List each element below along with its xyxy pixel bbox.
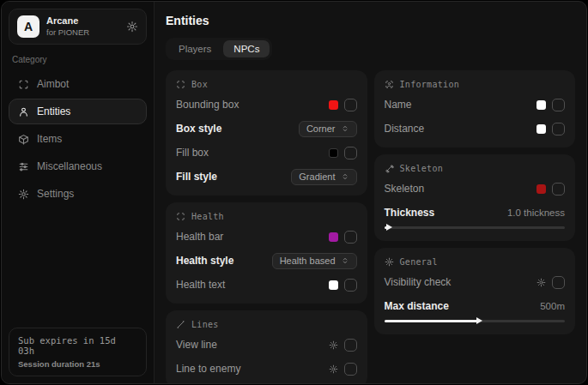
tab-players[interactable]: Players [168, 40, 221, 57]
slider-value: 1.0 thickness [507, 208, 565, 218]
card-health: Health Health bar Health style Health ba… [166, 202, 367, 304]
setting-label: Fill box [176, 147, 209, 159]
select-icon [341, 124, 349, 133]
sidebar-item-settings[interactable]: Settings [9, 181, 147, 207]
setting-label: Bounding box [176, 99, 239, 111]
gear-icon [385, 257, 394, 267]
person-icon [18, 106, 29, 117]
app-window: A Arcane for PIONER Category Aimbot Enti… [1, 1, 587, 384]
card-skeleton: Skeleton Skeleton Thickness 1.0 thicknes… [374, 154, 576, 241]
sliders-icon [18, 161, 29, 172]
line-icon [176, 320, 185, 329]
sidebar-item-miscellaneous[interactable]: Miscellaneous [9, 153, 147, 179]
line-to-enemy-checkbox[interactable] [344, 363, 357, 376]
setting-row-fill-box: Fill box [176, 144, 357, 161]
card-title: Lines [191, 320, 219, 329]
left-column: Box Bounding box Box style Corner Fill b… [166, 70, 367, 383]
color-swatch[interactable] [329, 100, 338, 110]
setting-label: Skeleton [385, 183, 425, 195]
select-icon [341, 172, 349, 181]
sidebar-item-label: Items [37, 133, 62, 145]
cube-icon [18, 134, 29, 145]
color-swatch[interactable] [536, 100, 546, 110]
setting-row-max-distance: Max distance 500m [385, 298, 566, 324]
card-title: Health [191, 212, 224, 221]
setting-row-bounding-box: Bounding box [176, 96, 357, 113]
right-column: Information Name Distance Skeleton Skele… [374, 70, 576, 334]
card-lines: Lines View line Line to enemy [166, 310, 367, 383]
color-swatch[interactable] [329, 148, 338, 158]
cards-area: Box Bounding box Box style Corner Fill b… [166, 70, 575, 383]
setting-label: Distance [385, 123, 425, 135]
skeleton-checkbox[interactable] [552, 183, 565, 196]
max-distance-slider[interactable] [385, 317, 566, 324]
card-title: General [400, 257, 438, 267]
distance-checkbox[interactable] [552, 123, 565, 135]
color-swatch[interactable] [536, 184, 546, 194]
sidebar-item-label: Settings [37, 188, 74, 200]
app-subtitle: for PIONER [46, 27, 119, 38]
setting-label: Name [385, 99, 412, 111]
setting-label: Line to enemy [176, 363, 240, 375]
setting-row-health-bar: Health bar [176, 228, 357, 245]
select-value: Health based [280, 256, 336, 266]
session-duration-text: Session duration 21s [18, 359, 137, 369]
setting-row-skeleton: Skeleton [385, 180, 566, 197]
bounding-box-checkbox[interactable] [344, 99, 357, 111]
health-style-select[interactable]: Health based [272, 253, 357, 269]
slider-thumb[interactable] [476, 317, 482, 324]
sidebar-nav: Aimbot Entities Items Miscellaneous Sett… [9, 71, 147, 207]
thickness-slider[interactable] [385, 224, 566, 231]
setting-label: Max distance [385, 300, 449, 312]
color-swatch[interactable] [329, 232, 338, 242]
color-swatch[interactable] [536, 124, 546, 134]
sidebar-item-label: Entities [37, 105, 70, 117]
gear-icon[interactable] [536, 278, 546, 287]
gear-icon[interactable] [329, 364, 338, 374]
setting-row-name: Name [385, 96, 566, 113]
sidebar-item-aimbot[interactable]: Aimbot [9, 71, 147, 97]
setting-row-health-style: Health style Health based [176, 252, 357, 269]
setting-row-box-style: Box style Corner [176, 120, 357, 137]
sidebar-item-entities[interactable]: Entities [9, 99, 147, 124]
main-content: Entities PlayersNPCs Box Bounding box Bo… [155, 2, 586, 383]
setting-label: Box style [176, 123, 221, 135]
category-label: Category [12, 55, 143, 64]
fill-style-select[interactable]: Gradient [291, 169, 356, 185]
select-value: Gradient [299, 171, 335, 182]
sidebar-item-items[interactable]: Items [9, 126, 147, 152]
setting-row-view-line: View line [176, 336, 357, 353]
gear-icon[interactable] [329, 340, 338, 350]
visibility-check-checkbox[interactable] [552, 276, 565, 289]
sub-expiry-text: Sub expires in 15d 03h [18, 335, 137, 356]
sidebar-header: A Arcane for PIONER [9, 9, 147, 45]
tab-npcs[interactable]: NPCs [223, 40, 270, 57]
card-title: Skeleton [400, 164, 444, 173]
setting-row-fill-style: Fill style Gradient [176, 168, 357, 185]
person-scan-icon [385, 80, 394, 89]
app-logo: A [17, 15, 39, 38]
slider-thumb[interactable] [386, 224, 392, 231]
setting-label: Health bar [176, 231, 223, 243]
gear-icon [18, 189, 29, 200]
gear-icon[interactable] [126, 21, 138, 33]
setting-row-line-to-enemy: Line to enemy [176, 360, 357, 377]
sidebar: A Arcane for PIONER Category Aimbot Enti… [2, 2, 155, 383]
fill-box-checkbox[interactable] [344, 147, 357, 159]
setting-label: View line [176, 339, 217, 351]
scan-icon [18, 79, 29, 90]
setting-row-distance: Distance [385, 120, 566, 137]
view-line-checkbox[interactable] [344, 339, 357, 352]
health-bar-checkbox[interactable] [344, 231, 357, 244]
sidebar-item-label: Miscellaneous [37, 160, 102, 172]
slider-value: 500m [540, 301, 565, 311]
color-swatch[interactable] [329, 280, 338, 290]
health-text-checkbox[interactable] [344, 279, 357, 292]
setting-label: Health text [176, 279, 225, 291]
bone-icon [385, 164, 394, 173]
tab-bar: PlayersNPCs [166, 38, 272, 60]
setting-label: Visibility check [385, 276, 452, 288]
box-style-select[interactable]: Corner [299, 121, 357, 137]
corners-icon [176, 212, 185, 221]
name-checkbox[interactable] [552, 99, 565, 111]
